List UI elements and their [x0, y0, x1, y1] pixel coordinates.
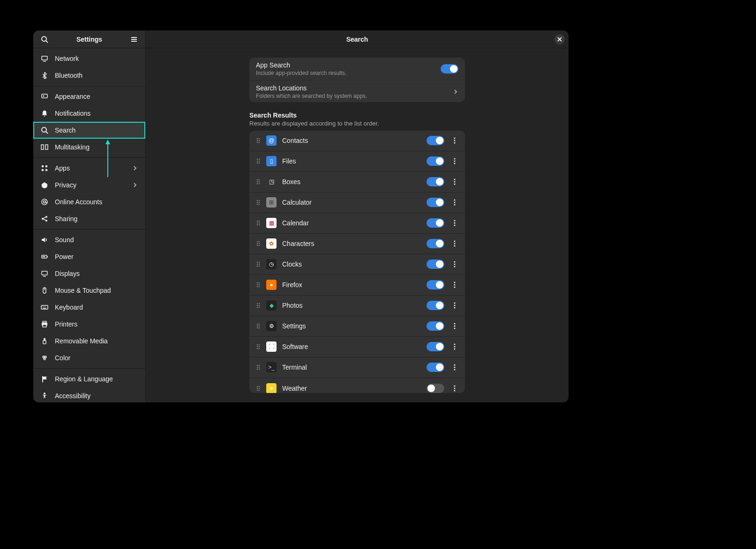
share-icon [41, 215, 48, 223]
keyboard-icon [41, 304, 48, 311]
boxes-toggle[interactable] [427, 177, 444, 186]
firefox-toggle[interactable] [427, 280, 444, 289]
files-toggle[interactable] [427, 156, 444, 166]
clocks-toggle[interactable] [427, 260, 444, 269]
boxes-more-button[interactable] [450, 177, 459, 186]
search-button[interactable] [39, 34, 50, 45]
svg-point-61 [259, 161, 260, 162]
sidebar-item-appearance[interactable]: Appearance [33, 88, 145, 105]
search-icon [41, 126, 48, 134]
sidebar-item-printers[interactable]: Printers [33, 316, 145, 333]
sidebar-item-label: Apps [55, 164, 70, 172]
svg-point-128 [454, 305, 456, 306]
svg-point-91 [454, 220, 456, 222]
sidebar-item-keyboard[interactable]: Keyboard [33, 299, 145, 316]
sidebar-item-multitasking[interactable]: Multitasking [33, 139, 145, 156]
sidebar-item-online-accounts[interactable]: Online Accounts [33, 193, 145, 210]
calendar-toggle[interactable] [427, 218, 444, 228]
appearance-icon [41, 93, 48, 100]
sidebar-item-mouse[interactable]: Mouse & Touchpad [33, 282, 145, 299]
sidebar-item-label: Search [55, 126, 75, 134]
settings-more-button[interactable] [450, 321, 459, 331]
drag-handle-icon[interactable] [255, 240, 262, 247]
svg-point-157 [257, 386, 258, 387]
svg-point-96 [257, 243, 258, 244]
app-row-software: ⛶Software [249, 337, 465, 357]
terminal-more-button[interactable] [450, 363, 459, 372]
app-search-row[interactable]: App Search Include app-provided search r… [249, 58, 465, 81]
contacts-toggle[interactable] [427, 136, 444, 145]
sidebar-item-bluetooth[interactable]: Bluetooth [33, 67, 145, 84]
drag-handle-icon[interactable] [255, 219, 262, 227]
svg-point-130 [257, 324, 258, 325]
sidebar-item-displays[interactable]: Displays [33, 265, 145, 282]
sidebar-item-removable[interactable]: Removable Media [33, 333, 145, 349]
app-label: Boxes [282, 178, 427, 185]
sidebar-item-color[interactable]: Color [33, 349, 145, 366]
search-locations-row[interactable]: Search Locations Folders which are searc… [249, 81, 465, 102]
contacts-app-icon: @ [266, 135, 277, 146]
sidebar-item-search[interactable]: Search [33, 122, 145, 139]
sidebar-item-region[interactable]: Region & Language [33, 371, 145, 387]
sidebar-item-network[interactable]: Network [33, 50, 145, 67]
terminal-toggle[interactable] [427, 363, 444, 372]
firefox-app-icon: ● [266, 280, 277, 290]
svg-point-52 [259, 140, 260, 141]
results-section-title: Search Results [249, 111, 465, 119]
svg-rect-17 [45, 169, 47, 171]
usb-icon [41, 337, 48, 345]
firefox-more-button[interactable] [450, 280, 459, 289]
drag-handle-icon[interactable] [255, 302, 262, 309]
clocks-more-button[interactable] [450, 260, 459, 269]
svg-rect-12 [41, 145, 44, 149]
svg-point-114 [257, 284, 258, 285]
settings-toggle[interactable] [427, 321, 444, 331]
chevron-right-icon [453, 89, 458, 95]
sidebar-item-privacy[interactable]: Privacy [33, 177, 145, 193]
menu-button[interactable] [128, 34, 140, 45]
photos-more-button[interactable] [450, 301, 459, 310]
sidebar-item-sharing[interactable]: Sharing [33, 210, 145, 227]
drag-handle-icon[interactable] [255, 281, 262, 289]
printer-icon [41, 320, 48, 328]
svg-point-112 [257, 282, 258, 283]
software-toggle[interactable] [427, 342, 444, 351]
characters-toggle[interactable] [427, 239, 444, 248]
drag-handle-icon[interactable] [255, 178, 262, 185]
weather-more-button[interactable] [450, 384, 459, 393]
app-search-toggle[interactable] [441, 64, 458, 74]
drag-handle-icon[interactable] [255, 199, 262, 206]
app-label: Contacts [282, 137, 427, 144]
sidebar-item-notifications[interactable]: Notifications [33, 105, 145, 122]
contacts-more-button[interactable] [450, 136, 459, 145]
svg-rect-13 [45, 145, 48, 149]
weather-toggle[interactable] [427, 384, 444, 393]
sidebar-item-apps[interactable]: Apps [33, 160, 145, 177]
software-more-button[interactable] [450, 342, 459, 351]
characters-more-button[interactable] [450, 239, 459, 248]
svg-point-126 [259, 307, 260, 308]
sidebar-item-power[interactable]: Power [33, 248, 145, 265]
sidebar-item-accessibility[interactable]: Accessibility [33, 387, 145, 402]
sidebar-item-sound[interactable]: Sound [33, 231, 145, 248]
drag-handle-icon[interactable] [255, 385, 262, 392]
calculator-toggle[interactable] [427, 198, 444, 207]
app-search-subtitle: Include app-provided search results. [256, 70, 441, 76]
drag-handle-icon[interactable] [255, 343, 262, 350]
photos-toggle[interactable] [427, 301, 444, 310]
svg-rect-39 [43, 325, 46, 327]
svg-point-118 [454, 282, 456, 283]
drag-handle-icon[interactable] [255, 364, 262, 371]
drag-handle-icon[interactable] [255, 137, 262, 144]
drag-handle-icon[interactable] [255, 157, 262, 165]
svg-point-75 [454, 184, 456, 185]
calendar-more-button[interactable] [450, 218, 459, 228]
drag-handle-icon[interactable] [255, 322, 262, 330]
files-more-button[interactable] [450, 156, 459, 166]
accessibility-icon [41, 392, 48, 400]
calculator-more-button[interactable] [450, 198, 459, 207]
app-label: Firefox [282, 281, 427, 289]
svg-point-93 [454, 225, 456, 226]
drag-handle-icon[interactable] [255, 260, 262, 268]
close-button[interactable] [554, 34, 565, 45]
